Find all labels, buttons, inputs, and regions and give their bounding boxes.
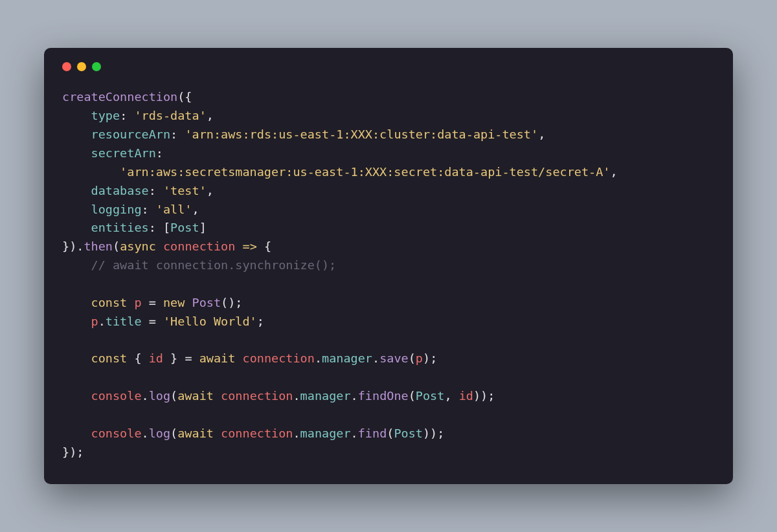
string-literal: 'Hello World' xyxy=(163,315,257,328)
identifier: p xyxy=(416,351,423,365)
zoom-icon[interactable] xyxy=(92,62,101,71)
identifier: console xyxy=(91,427,142,440)
type-ref: Post xyxy=(416,389,445,403)
ctor-call: Post xyxy=(192,296,221,309)
prop-access: manager xyxy=(300,389,351,403)
identifier: connection xyxy=(221,389,293,403)
prop-key: database xyxy=(91,184,149,197)
keyword: const xyxy=(91,296,128,309)
string-literal: 'arn:aws:secretsmanager:us-east-1:XXX:se… xyxy=(120,165,610,179)
keyword: async xyxy=(120,239,156,253)
prop-access: manager xyxy=(300,427,351,440)
type-ref: Post xyxy=(394,427,423,440)
identifier: p xyxy=(91,315,98,328)
prop-key: logging xyxy=(91,203,142,216)
code-block: createConnection({ type: 'rds-data', res… xyxy=(62,88,715,461)
identifier: connection xyxy=(221,427,293,440)
identifier: id xyxy=(459,389,473,403)
string-literal: 'arn:aws:rds:us-east-1:XXX:cluster:data-… xyxy=(185,127,538,141)
comment: // await connection.synchronize(); xyxy=(91,258,337,272)
arrow-op: => xyxy=(243,239,257,253)
keyword: await xyxy=(177,427,214,440)
method-call: find xyxy=(358,427,387,440)
keyword: const xyxy=(91,351,128,365)
identifier: p xyxy=(134,296,141,309)
string-literal: 'rds-data' xyxy=(134,109,206,122)
minimize-icon[interactable] xyxy=(77,62,86,71)
close-icon[interactable] xyxy=(62,62,71,71)
prop-access: title xyxy=(106,315,142,328)
prop-key: resourceArn xyxy=(91,127,171,141)
identifier: connection xyxy=(243,351,315,365)
method-call: log xyxy=(149,389,170,403)
code-window: createConnection({ type: 'rds-data', res… xyxy=(44,48,733,483)
window-titlebar xyxy=(62,62,715,71)
keyword: await xyxy=(177,389,214,403)
string-literal: 'test' xyxy=(163,184,207,197)
prop-key: entities xyxy=(91,221,149,234)
method-call: save xyxy=(379,351,409,365)
type-ref: Post xyxy=(170,221,199,234)
param: connection xyxy=(163,239,235,253)
string-literal: 'all' xyxy=(156,203,192,216)
prop-key: secretArn xyxy=(91,146,156,160)
keyword: await xyxy=(199,351,236,365)
method-call: findOne xyxy=(358,389,409,403)
method-call: then xyxy=(84,239,113,253)
identifier: id xyxy=(149,351,163,365)
prop-key: type xyxy=(91,109,120,122)
identifier: console xyxy=(91,389,142,403)
prop-access: manager xyxy=(322,351,372,365)
keyword: new xyxy=(163,296,185,309)
method-call: log xyxy=(149,427,170,440)
fn-call: createConnection xyxy=(62,90,177,104)
